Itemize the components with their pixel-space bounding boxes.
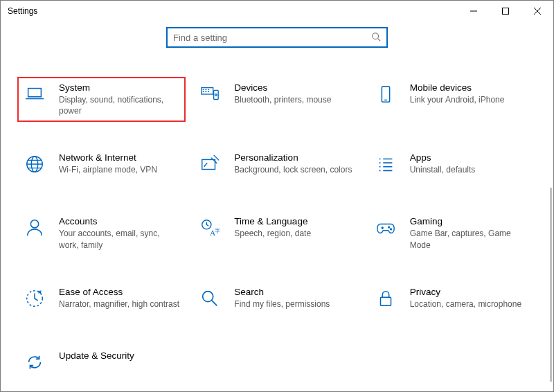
minimize-button[interactable] [458,1,490,21]
category-update-security[interactable]: Update & Security [17,345,186,384]
category-subtitle: Game Bar, captures, Game Mode [410,228,531,250]
title-bar: Settings [1,1,553,21]
update-icon [23,350,46,378]
category-title: Search [234,287,330,297]
category-accounts[interactable]: Accounts Your accounts, email, sync, wor… [17,211,186,256]
category-subtitle: Your accounts, email, sync, work, family [59,228,180,250]
category-subtitle: Uninstall, defaults [410,164,476,175]
gamepad-icon [374,216,397,244]
category-devices[interactable]: Devices Bluetooth, printers, mouse [193,77,361,122]
person-icon [23,216,46,244]
time-language-icon: A字 [198,216,222,244]
category-subtitle: Speech, region, date [234,228,311,239]
category-title: Apps [410,152,476,163]
category-title: Network & Internet [59,152,157,163]
svg-rect-9 [202,160,215,170]
svg-rect-2 [28,89,42,97]
category-search[interactable]: Search Find my files, permissions [193,281,361,320]
category-ease-of-access[interactable]: Ease of Access Narrator, magnifier, high… [17,281,186,320]
scrollbar-thumb[interactable] [550,188,552,382]
apps-list-icon [374,152,397,180]
lock-icon [374,287,397,314]
maximize-icon [502,8,509,15]
globe-icon [23,152,46,180]
category-subtitle: Find my files, permissions [234,299,330,310]
category-title: Accounts [59,216,180,226]
category-subtitle: Wi-Fi, airplane mode, VPN [59,164,157,175]
ease-of-access-icon [23,287,46,314]
category-time-language[interactable]: A字 Time & Language Speech, region, date [193,211,361,256]
devices-icon [198,82,222,110]
paint-icon [198,152,222,180]
category-title: Mobile devices [410,82,505,93]
category-title: Ease of Access [59,287,179,297]
svg-point-14 [388,227,389,229]
category-system[interactable]: System Display, sound, notifications, po… [17,77,186,122]
minimize-icon [470,8,477,15]
category-personalization[interactable]: Personalization Background, lock screen,… [193,147,361,186]
laptop-icon [23,82,46,110]
svg-rect-4 [214,90,219,99]
category-title: System [59,82,180,93]
category-title: Personalization [234,152,352,163]
category-subtitle: Bluetooth, printers, mouse [234,94,331,105]
svg-point-17 [203,291,213,301]
category-network[interactable]: Network & Internet Wi-Fi, airplane mode,… [17,147,186,186]
magnifier-icon [198,287,222,314]
category-title: Gaming [410,216,531,226]
categories-grid: System Display, sound, notifications, po… [13,77,541,384]
svg-point-1 [373,33,379,39]
search-wrap [13,27,541,48]
window-title: Settings [1,6,37,16]
svg-point-10 [30,220,38,228]
category-subtitle: Display, sound, notifications, power [59,94,180,116]
category-subtitle: Link your Android, iPhone [410,94,505,105]
category-phone[interactable]: Mobile devices Link your Android, iPhone [368,77,537,122]
search-input[interactable] [173,33,371,43]
category-title: Privacy [410,287,521,297]
svg-text:字: 字 [215,227,220,234]
maximize-button[interactable] [490,1,521,21]
svg-rect-18 [380,297,391,305]
category-subtitle: Location, camera, microphone [410,299,521,310]
category-privacy[interactable]: Privacy Location, camera, microphone [368,281,537,320]
search-box[interactable] [166,27,388,48]
category-gaming[interactable]: Gaming Game Bar, captures, Game Mode [368,211,537,256]
search-icon [371,32,381,44]
content-area: System Display, sound, notifications, po… [1,21,553,391]
close-icon [534,8,541,15]
svg-point-15 [390,229,391,230]
svg-point-5 [215,94,217,96]
category-subtitle: Background, lock screen, colors [234,164,352,175]
close-button[interactable] [521,1,553,21]
category-apps[interactable]: Apps Uninstall, defaults [368,147,537,186]
svg-rect-3 [202,88,213,94]
category-subtitle: Narrator, magnifier, high contrast [59,299,179,310]
phone-icon [374,82,397,110]
category-title: Update & Security [59,350,134,361]
category-title: Time & Language [234,216,311,226]
category-title: Devices [234,82,331,93]
svg-rect-0 [503,8,509,15]
